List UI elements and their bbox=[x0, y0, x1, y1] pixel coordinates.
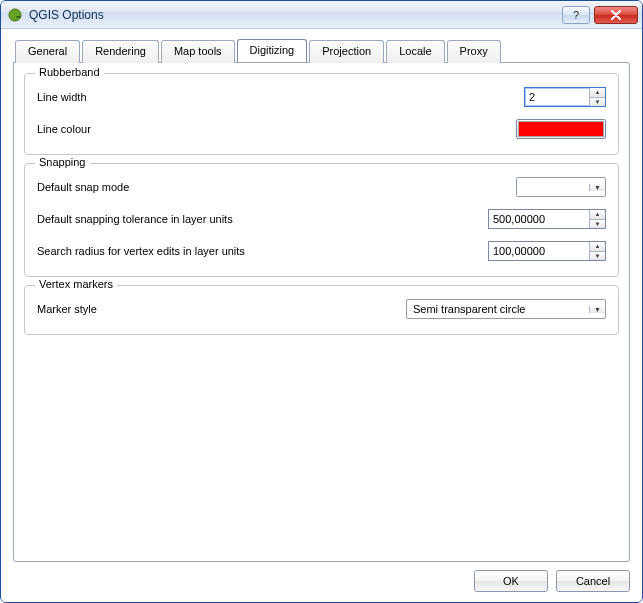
tab-page-digitizing: Rubberband Line width ▲ ▼ Line colour bbox=[13, 62, 630, 562]
tab-label: Digitizing bbox=[250, 44, 295, 56]
spin-down-icon[interactable]: ▼ bbox=[590, 97, 605, 107]
row-search-radius: Search radius for vertex edits in layer … bbox=[37, 238, 606, 264]
row-line-colour: Line colour bbox=[37, 116, 606, 142]
line-width-label: Line width bbox=[37, 91, 524, 103]
line-width-spinner[interactable]: ▲ ▼ bbox=[524, 87, 606, 107]
row-marker-style: Marker style Semi transparent circle ▼ bbox=[37, 296, 606, 322]
spacer bbox=[24, 343, 619, 551]
spinner-arrows: ▲ ▼ bbox=[589, 242, 605, 260]
group-title: Rubberband bbox=[35, 66, 104, 78]
group-title: Vertex markers bbox=[35, 278, 117, 290]
spin-up-icon[interactable]: ▲ bbox=[590, 242, 605, 251]
window-buttons: ? bbox=[562, 6, 642, 24]
combo-text: Semi transparent circle bbox=[407, 303, 589, 315]
dialog-buttons: OK Cancel bbox=[13, 562, 630, 592]
button-label: Cancel bbox=[576, 575, 610, 587]
group-vertex-markers: Vertex markers Marker style Semi transpa… bbox=[24, 285, 619, 335]
group-title: Snapping bbox=[35, 156, 90, 168]
chevron-down-icon[interactable]: ▼ bbox=[589, 306, 605, 313]
default-tolerance-spinner[interactable]: ▲ ▼ bbox=[488, 209, 606, 229]
button-label: OK bbox=[503, 575, 519, 587]
tab-label: Locale bbox=[399, 45, 431, 57]
search-radius-label: Search radius for vertex edits in layer … bbox=[37, 245, 488, 257]
tab-label: Rendering bbox=[95, 45, 146, 57]
marker-style-combo[interactable]: Semi transparent circle ▼ bbox=[406, 299, 606, 319]
tab-label: Proxy bbox=[460, 45, 488, 57]
tab-locale[interactable]: Locale bbox=[386, 40, 444, 63]
tab-rendering[interactable]: Rendering bbox=[82, 40, 159, 63]
tab-label: Projection bbox=[322, 45, 371, 57]
client-area: General Rendering Map tools Digitizing P… bbox=[1, 29, 642, 602]
group-rubberband: Rubberband Line width ▲ ▼ Line colour bbox=[24, 73, 619, 155]
tab-projection[interactable]: Projection bbox=[309, 40, 384, 63]
ok-button[interactable]: OK bbox=[474, 570, 548, 592]
default-tolerance-label: Default snapping tolerance in layer unit… bbox=[37, 213, 488, 225]
spin-down-icon[interactable]: ▼ bbox=[590, 251, 605, 261]
group-snapping: Snapping Default snap mode ▼ Default sna… bbox=[24, 163, 619, 277]
line-width-input[interactable] bbox=[525, 88, 589, 106]
search-radius-input[interactable] bbox=[489, 242, 589, 260]
tab-bar: General Rendering Map tools Digitizing P… bbox=[13, 39, 630, 62]
spinner-arrows: ▲ ▼ bbox=[589, 88, 605, 106]
spin-up-icon[interactable]: ▲ bbox=[590, 210, 605, 219]
tab-proxy[interactable]: Proxy bbox=[447, 40, 501, 63]
colour-swatch bbox=[518, 121, 604, 137]
default-tolerance-input[interactable] bbox=[489, 210, 589, 228]
row-default-tolerance: Default snapping tolerance in layer unit… bbox=[37, 206, 606, 232]
svg-point-0 bbox=[9, 9, 21, 21]
row-line-width: Line width ▲ ▼ bbox=[37, 84, 606, 110]
row-default-snap-mode: Default snap mode ▼ bbox=[37, 174, 606, 200]
help-button[interactable]: ? bbox=[562, 6, 590, 24]
svg-rect-1 bbox=[16, 16, 21, 18]
line-colour-button[interactable] bbox=[516, 119, 606, 139]
spin-up-icon[interactable]: ▲ bbox=[590, 88, 605, 97]
tab-digitizing[interactable]: Digitizing bbox=[237, 39, 308, 62]
cancel-button[interactable]: Cancel bbox=[556, 570, 630, 592]
spin-down-icon[interactable]: ▼ bbox=[590, 219, 605, 229]
qgis-icon bbox=[7, 7, 23, 23]
marker-style-label: Marker style bbox=[37, 303, 406, 315]
window-title: QGIS Options bbox=[29, 8, 562, 22]
default-snap-mode-combo[interactable]: ▼ bbox=[516, 177, 606, 197]
options-dialog: QGIS Options ? General Rendering Map too… bbox=[0, 0, 643, 603]
titlebar[interactable]: QGIS Options ? bbox=[1, 1, 642, 29]
tab-general[interactable]: General bbox=[15, 40, 80, 63]
default-snap-mode-label: Default snap mode bbox=[37, 181, 516, 193]
tab-label: Map tools bbox=[174, 45, 222, 57]
tab-map-tools[interactable]: Map tools bbox=[161, 40, 235, 63]
close-button[interactable] bbox=[594, 6, 638, 24]
tab-label: General bbox=[28, 45, 67, 57]
spinner-arrows: ▲ ▼ bbox=[589, 210, 605, 228]
line-colour-label: Line colour bbox=[37, 123, 516, 135]
search-radius-spinner[interactable]: ▲ ▼ bbox=[488, 241, 606, 261]
chevron-down-icon[interactable]: ▼ bbox=[589, 184, 605, 191]
